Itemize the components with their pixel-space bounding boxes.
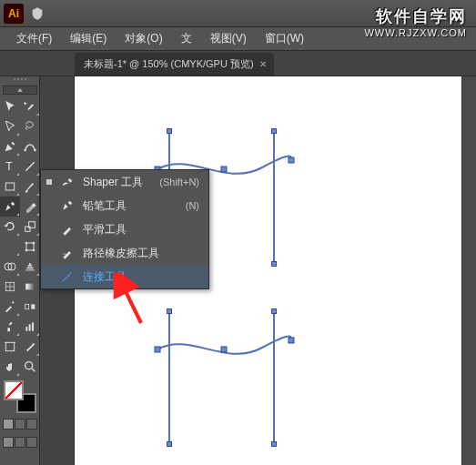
- mesh-tool[interactable]: [0, 277, 20, 297]
- shaper-icon: [59, 174, 76, 190]
- shaper-tool[interactable]: [0, 197, 20, 217]
- document-tab[interactable]: 未标题-1* @ 150% (CMYK/GPU 预览) ✕: [75, 53, 274, 76]
- hand-tool[interactable]: [0, 357, 20, 377]
- path-eraser-icon: [59, 245, 76, 261]
- line-segment-tool[interactable]: [20, 157, 40, 177]
- anchor-point[interactable]: [271, 128, 277, 134]
- active-indicator: [46, 227, 52, 232]
- menu-window[interactable]: 窗口(W): [256, 27, 313, 50]
- svg-point-9: [32, 242, 35, 245]
- smooth-icon: [59, 221, 76, 238]
- zoom-tool[interactable]: [20, 357, 40, 377]
- gradient-tool[interactable]: [20, 277, 40, 297]
- svg-rect-18: [25, 304, 28, 308]
- flyout-shaper-tool[interactable]: Shaper 工具 (Shift+N): [41, 170, 208, 194]
- join-icon: [59, 268, 76, 285]
- perspective-grid-tool[interactable]: [20, 257, 40, 277]
- width-tool[interactable]: [0, 237, 20, 257]
- flyout-shortcut: (Shift+N): [159, 177, 199, 187]
- document-tab-bar: 未标题-1* @ 150% (CMYK/GPU 预览) ✕: [0, 51, 476, 76]
- svg-line-27: [32, 369, 35, 371]
- selection-tool[interactable]: [0, 96, 20, 116]
- menu-object[interactable]: 对象(O): [116, 27, 171, 50]
- anchor-point[interactable]: [167, 441, 172, 447]
- rectangle-tool[interactable]: [0, 177, 20, 197]
- svg-rect-4: [5, 183, 14, 190]
- direct-selection-tool[interactable]: [0, 116, 20, 136]
- svg-line-3: [25, 162, 34, 170]
- scale-tool[interactable]: [20, 217, 40, 237]
- svg-rect-23: [5, 342, 14, 350]
- color-swatches: [3, 380, 37, 448]
- active-indicator: [46, 250, 52, 256]
- menu-type[interactable]: 文: [172, 27, 201, 50]
- shape-builder-tool[interactable]: [0, 257, 20, 277]
- flyout-smooth-tool[interactable]: 平滑工具: [41, 217, 208, 241]
- flyout-label: 连接工具: [83, 269, 199, 285]
- svg-rect-22: [32, 322, 34, 330]
- flyout-pencil-tool[interactable]: 铅笔工具 (N): [41, 194, 208, 217]
- symbol-sprayer-tool[interactable]: [0, 317, 20, 337]
- fill-mode-gradient[interactable]: [15, 419, 25, 430]
- menu-file[interactable]: 文件(F): [7, 27, 61, 50]
- svg-point-10: [25, 249, 27, 252]
- path-curve[interactable]: [153, 331, 299, 368]
- column-graph-tool[interactable]: [20, 317, 40, 337]
- svg-rect-29: [221, 167, 227, 172]
- svg-rect-19: [31, 304, 35, 308]
- curvature-tool[interactable]: [20, 136, 40, 157]
- svg-point-11: [32, 249, 35, 252]
- draw-behind[interactable]: [15, 437, 25, 448]
- magic-wand-tool[interactable]: [20, 96, 40, 116]
- eyedropper-tool[interactable]: [0, 297, 20, 317]
- tool-flyout-menu: Shaper 工具 (Shift+N) 铅笔工具 (N) 平滑工具 路径橡皮擦工…: [40, 169, 209, 289]
- anchor-point[interactable]: [167, 308, 172, 314]
- flyout-shortcut: (N): [186, 200, 199, 211]
- panel-collapse-button[interactable]: [3, 86, 37, 95]
- panel-grip[interactable]: [6, 78, 34, 84]
- lasso-tool[interactable]: [20, 116, 40, 136]
- app-icon: Ai: [4, 4, 24, 24]
- svg-rect-30: [289, 157, 294, 163]
- close-icon[interactable]: ✕: [259, 59, 267, 69]
- anchor-point[interactable]: [271, 308, 277, 314]
- anchor-point[interactable]: [271, 261, 277, 267]
- svg-rect-33: [289, 338, 294, 343]
- type-tool[interactable]: T: [0, 157, 20, 177]
- draw-inside[interactable]: [26, 437, 37, 448]
- anchor-point[interactable]: [271, 441, 277, 447]
- active-indicator: [46, 274, 52, 279]
- svg-rect-32: [221, 347, 227, 352]
- draw-normal[interactable]: [3, 437, 14, 448]
- menu-view[interactable]: 视图(V): [201, 27, 256, 50]
- flyout-label: 平滑工具: [83, 222, 199, 238]
- tool-panel: T: [0, 76, 40, 465]
- artboard-tool[interactable]: [0, 337, 20, 357]
- anchor-point[interactable]: [167, 128, 172, 134]
- pen-tool[interactable]: [0, 136, 20, 157]
- flyout-label: 铅笔工具: [83, 198, 178, 214]
- fill-mode-color[interactable]: [3, 419, 14, 430]
- menu-edit[interactable]: 编辑(E): [61, 27, 116, 50]
- vertical-scrollbar[interactable]: [461, 76, 476, 465]
- svg-point-1: [34, 149, 36, 152]
- free-transform-tool[interactable]: [20, 237, 40, 257]
- fill-swatch[interactable]: [4, 380, 24, 400]
- rotate-tool[interactable]: [0, 217, 20, 237]
- svg-rect-20: [25, 327, 27, 331]
- paintbrush-tool[interactable]: [20, 177, 40, 197]
- flyout-join-tool[interactable]: 连接工具: [41, 265, 208, 288]
- svg-point-0: [24, 149, 26, 152]
- slice-tool[interactable]: [20, 337, 40, 357]
- blend-tool[interactable]: [20, 297, 40, 317]
- fill-mode-none[interactable]: [26, 419, 37, 430]
- eraser-tool[interactable]: [20, 197, 40, 217]
- cc-icon: [29, 5, 46, 22]
- svg-point-8: [25, 242, 27, 245]
- svg-text:T: T: [5, 160, 13, 173]
- flyout-path-eraser-tool[interactable]: 路径橡皮擦工具: [41, 241, 208, 265]
- pencil-icon: [59, 197, 76, 214]
- active-indicator: [46, 203, 52, 208]
- svg-rect-31: [155, 347, 160, 352]
- flyout-label: Shaper 工具: [83, 175, 152, 190]
